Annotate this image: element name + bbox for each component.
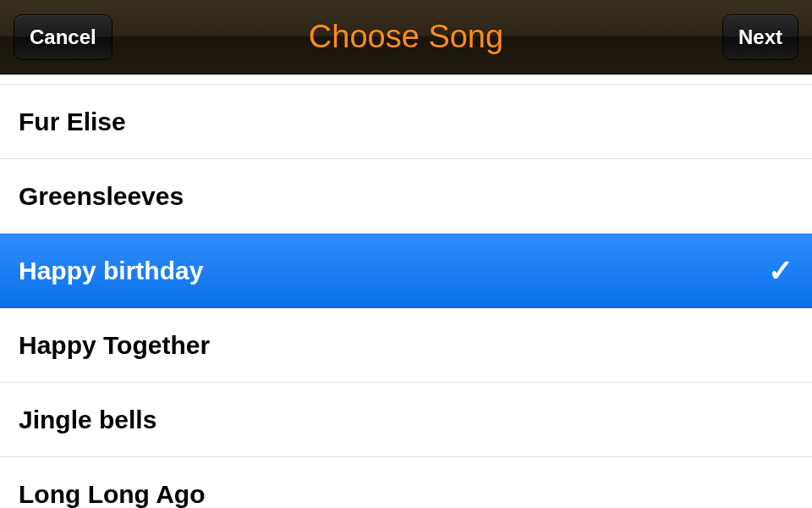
song-label: Jingle bells <box>19 406 156 434</box>
song-label: Happy Together <box>19 331 210 360</box>
song-item[interactable]: Greensleeves <box>0 159 812 234</box>
song-list: Fur EliseGreensleevesHappy birthday✓Happ… <box>0 75 812 508</box>
song-item[interactable]: Happy Together <box>0 308 812 383</box>
song-item[interactable]: Fur Elise <box>0 85 812 159</box>
next-button[interactable]: Next <box>722 14 798 60</box>
song-label: Fur Elise <box>19 108 126 136</box>
song-item[interactable]: Jingle bells <box>0 383 812 457</box>
list-spacer <box>0 75 812 85</box>
navbar: Cancel Choose Song Next <box>0 0 812 75</box>
song-label: Long Long Ago <box>19 480 205 509</box>
song-label: Greensleeves <box>19 182 184 211</box>
song-item[interactable]: Happy birthday✓ <box>0 234 812 308</box>
song-item[interactable]: Long Long Ago <box>0 457 812 508</box>
checkmark-icon: ✓ <box>768 253 793 289</box>
page-title: Choose Song <box>309 19 503 55</box>
cancel-button[interactable]: Cancel <box>14 14 112 60</box>
song-label: Happy birthday <box>19 257 203 285</box>
